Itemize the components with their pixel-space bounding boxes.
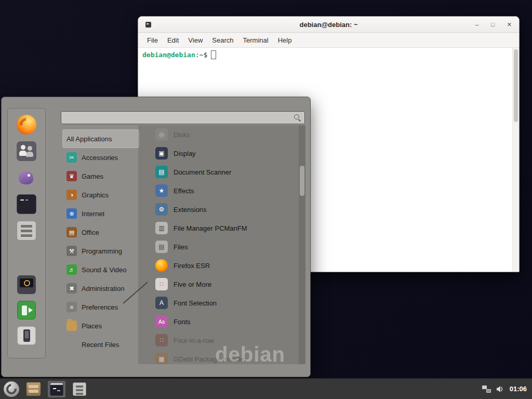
text-cursor (211, 50, 216, 59)
category-item[interactable]: All Applications (62, 129, 139, 148)
category-icon (66, 321, 77, 331)
users-launcher[interactable] (17, 141, 36, 161)
app-icon: ◎ (155, 128, 168, 141)
category-item[interactable]: ≡Preferences (62, 298, 139, 316)
terminal-menubar: FileEditViewSearchTerminalHelp (138, 33, 519, 48)
app-label: Four-in-a-row (174, 337, 214, 344)
files-taskbar-button[interactable] (73, 382, 86, 396)
menu-favorites-column (7, 108, 46, 358)
logout-button[interactable] (17, 301, 36, 320)
shell-prompt: debian@debian:~$ (142, 50, 515, 59)
terminal-scrollbar[interactable] (512, 48, 519, 272)
app-label: Firefox ESR (174, 262, 210, 270)
app-icon: ▤ (155, 166, 168, 178)
file-cabinet-icon (17, 221, 36, 241)
apps-scrollbar-thumb[interactable] (300, 166, 304, 196)
app-label: GDebi Package Installer (174, 355, 246, 363)
terminal-menu-item[interactable]: File (142, 36, 163, 44)
app-row[interactable]: ★Effects (138, 181, 305, 200)
desktop: debian@debian: ~ –□✕ FileEditViewSearchT… (0, 0, 532, 399)
category-label: Internet (82, 210, 104, 218)
category-item[interactable]: Recent Files (62, 335, 139, 354)
category-icon: ✖ (66, 283, 77, 294)
terminal-scrollbar-thumb[interactable] (514, 49, 518, 122)
close-button[interactable]: ✕ (507, 22, 512, 28)
terminal-taskbar-button-active[interactable] (48, 381, 65, 397)
app-row[interactable]: AaFonts (138, 312, 305, 331)
pidgin-icon (17, 168, 36, 188)
prompt-symbol: $ (203, 51, 207, 59)
firefox-launcher[interactable] (17, 115, 36, 135)
volume-icon[interactable] (496, 385, 504, 393)
search-input[interactable] (65, 113, 294, 122)
category-item[interactable]: ⚒Programming (62, 242, 139, 260)
prompt-user-host: debian@debian (142, 51, 195, 59)
shutdown-button[interactable] (17, 326, 36, 345)
terminal-icon (17, 194, 36, 214)
file-manager-taskbar-button[interactable] (26, 382, 41, 396)
category-icon: ⊕ (66, 208, 77, 219)
app-row[interactable]: ▤Document Scanner (138, 163, 305, 181)
app-icon: ∷ (155, 278, 168, 290)
lock-screen-button[interactable] (17, 275, 36, 294)
category-icon: ◑ (66, 190, 77, 200)
maximize-button[interactable]: □ (491, 22, 495, 28)
terminal-menu-item[interactable]: Edit (163, 36, 183, 44)
application-rows: ◎Disks▣Display▤Document Scanner★Effects⚙… (138, 125, 305, 364)
category-item[interactable]: ⊕Internet (62, 204, 139, 223)
terminal-menu-item[interactable]: View (183, 36, 207, 44)
panel-launchers (26, 381, 86, 397)
terminal-icon (50, 382, 63, 396)
app-row[interactable]: ▤Files (138, 237, 305, 256)
app-row[interactable]: ∷Five or More (138, 275, 305, 294)
category-item[interactable]: ◑Graphics (62, 185, 139, 204)
terminal-menu-item[interactable]: Help (273, 36, 297, 44)
category-item[interactable]: ♬Sound & Video (62, 260, 139, 279)
category-label: Recent Files (82, 341, 119, 349)
app-icon: ▤ (155, 241, 168, 253)
terminal-menu-item[interactable]: Terminal (238, 36, 273, 44)
file-manager-launcher[interactable] (17, 221, 36, 241)
minimize-button[interactable]: – (475, 22, 478, 28)
category-label: Administration (82, 285, 124, 292)
app-row[interactable]: ◎Disks (138, 125, 305, 144)
app-row[interactable]: Firefox ESR (138, 256, 305, 275)
app-icon: ⚙ (155, 203, 168, 216)
menu-button[interactable] (4, 381, 19, 397)
shutdown-icon (17, 326, 36, 345)
terminal-launcher[interactable] (17, 194, 36, 214)
apps-scrollbar[interactable] (299, 125, 305, 364)
prompt-path: ~ (200, 51, 204, 59)
application-list: ◎Disks▣Display▤Document Scanner★Effects⚙… (138, 125, 305, 364)
system-tray: 01:06 (482, 385, 532, 393)
app-row[interactable]: ⚙Extensions (138, 200, 305, 219)
app-row[interactable]: ▣Display (138, 144, 305, 163)
app-row[interactable]: ▥File Manager PCManFM (138, 219, 305, 237)
lock-screen-icon (17, 275, 36, 294)
category-item[interactable]: ▤Office (62, 223, 139, 242)
category-item[interactable]: Places (62, 316, 139, 335)
terminal-titlebar[interactable]: debian@debian: ~ –□✕ (138, 17, 519, 33)
application-menu: All Applications✂Accessories♛Games◑Graph… (1, 97, 311, 377)
app-row[interactable]: ∷Four-in-a-row (138, 331, 305, 350)
category-label: Places (82, 322, 102, 330)
firefox-icon (17, 115, 36, 135)
app-label: Five or More (174, 281, 211, 288)
app-row[interactable]: ▦GDebi Package Installer (138, 350, 305, 364)
category-item[interactable]: ✂Accessories (62, 148, 139, 167)
category-item[interactable]: ✖Administration (62, 279, 139, 298)
category-icon: ≡ (66, 302, 77, 312)
app-label: Document Scanner (174, 168, 231, 176)
category-item[interactable]: ♛Games (62, 167, 139, 185)
clock[interactable]: 01:06 (510, 385, 527, 393)
network-icon[interactable] (482, 385, 491, 393)
menu-search-box[interactable] (61, 111, 305, 124)
pidgin-launcher[interactable] (17, 168, 36, 188)
category-icon: ♬ (66, 264, 77, 275)
app-icon: Aa (155, 315, 168, 328)
app-row[interactable]: AFont Selection (138, 294, 305, 312)
magnifier-icon (294, 114, 301, 121)
terminal-menu-item[interactable]: Search (207, 36, 238, 44)
category-icon: ▤ (66, 227, 77, 237)
category-label: Sound & Video (82, 266, 127, 274)
